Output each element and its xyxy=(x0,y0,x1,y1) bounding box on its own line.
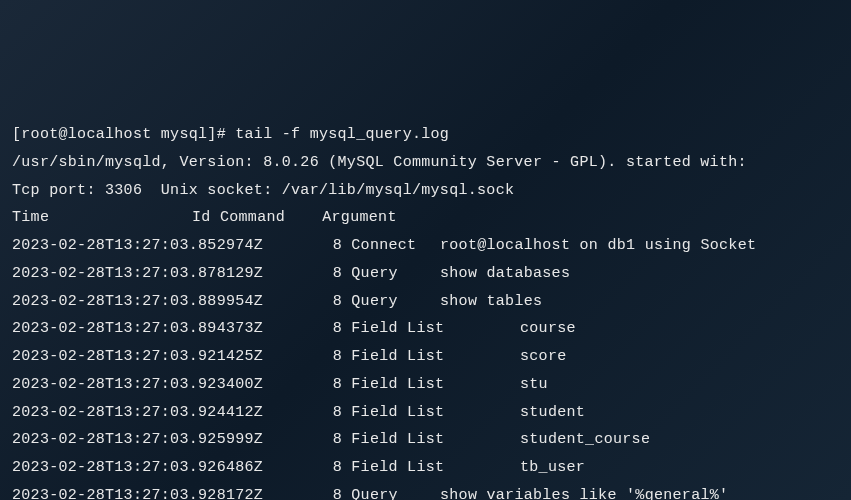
entry-time: 2023-02-28T13:27:03.889954Z xyxy=(12,288,322,316)
entry-time: 2023-02-28T13:27:03.923400Z xyxy=(12,371,322,399)
entry-argument: score xyxy=(520,348,567,365)
entry-command: Field List xyxy=(342,315,520,343)
log-entry: 2023-02-28T13:27:03.923400Z8 Field Lists… xyxy=(12,371,839,399)
entry-time: 2023-02-28T13:27:03.928172Z xyxy=(12,482,322,500)
log-entry: 2023-02-28T13:27:03.926486Z8 Field Listt… xyxy=(12,454,839,482)
entry-time: 2023-02-28T13:27:03.926486Z xyxy=(12,454,322,482)
log-entry: 2023-02-28T13:27:03.889954Z8 Queryshow t… xyxy=(12,288,839,316)
log-entry: 2023-02-28T13:27:03.894373Z8 Field Listc… xyxy=(12,315,839,343)
log-header: TimeId Command Argument xyxy=(12,204,839,232)
log-entry: 2023-02-28T13:27:03.928172Z8 Queryshow v… xyxy=(12,482,839,500)
entry-argument: student_course xyxy=(520,431,650,448)
entry-command: Query xyxy=(342,288,440,316)
entry-command: Field List xyxy=(342,371,520,399)
entry-id: 8 xyxy=(322,426,342,454)
entry-id: 8 xyxy=(322,482,342,500)
startup-line-1: /usr/sbin/mysqld, Version: 8.0.26 (MySQL… xyxy=(12,149,839,177)
entry-time: 2023-02-28T13:27:03.894373Z xyxy=(12,315,322,343)
entry-argument: show variables like '%general%' xyxy=(440,487,728,500)
entry-time: 2023-02-28T13:27:03.878129Z xyxy=(12,260,322,288)
log-entry: 2023-02-28T13:27:03.921425Z8 Field Lists… xyxy=(12,343,839,371)
entry-id: 8 xyxy=(322,232,342,260)
header-time: Time xyxy=(12,204,192,232)
entry-id: 8 xyxy=(322,315,342,343)
entry-argument: show tables xyxy=(440,293,542,310)
entry-time: 2023-02-28T13:27:03.921425Z xyxy=(12,343,322,371)
header-command: Command xyxy=(220,209,285,226)
entry-time: 2023-02-28T13:27:03.924412Z xyxy=(12,399,322,427)
entry-argument: stu xyxy=(520,376,548,393)
entry-id: 8 xyxy=(322,288,342,316)
log-entry: 2023-02-28T13:27:03.878129Z8 Queryshow d… xyxy=(12,260,839,288)
entry-command: Field List xyxy=(342,343,520,371)
entry-time: 2023-02-28T13:27:03.852974Z xyxy=(12,232,322,260)
entry-id: 8 xyxy=(322,260,342,288)
log-entry: 2023-02-28T13:27:03.852974Z8 Connectroot… xyxy=(12,232,839,260)
log-entry: 2023-02-28T13:27:03.925999Z8 Field Lists… xyxy=(12,426,839,454)
log-entries: 2023-02-28T13:27:03.852974Z8 Connectroot… xyxy=(12,232,839,500)
entry-command: Connect xyxy=(342,232,440,260)
entry-id: 8 xyxy=(322,399,342,427)
command-prompt: [root@localhost mysql]# tail -f mysql_qu… xyxy=(12,121,839,149)
entry-argument: root@localhost on db1 using Socket xyxy=(440,237,756,254)
entry-id: 8 xyxy=(322,454,342,482)
entry-command: Field List xyxy=(342,426,520,454)
entry-argument: course xyxy=(520,320,576,337)
entry-argument: tb_user xyxy=(520,459,585,476)
entry-id: 8 xyxy=(322,371,342,399)
entry-argument: student xyxy=(520,404,585,421)
header-id: Id xyxy=(192,209,211,226)
entry-argument: show databases xyxy=(440,265,570,282)
header-argument: Argument xyxy=(322,209,396,226)
entry-id: 8 xyxy=(322,343,342,371)
entry-command: Field List xyxy=(342,399,520,427)
entry-command: Query xyxy=(342,260,440,288)
entry-time: 2023-02-28T13:27:03.925999Z xyxy=(12,426,322,454)
startup-line-2: Tcp port: 3306 Unix socket: /var/lib/mys… xyxy=(12,177,839,205)
entry-command: Field List xyxy=(342,454,520,482)
entry-command: Query xyxy=(342,482,440,500)
log-entry: 2023-02-28T13:27:03.924412Z8 Field Lists… xyxy=(12,399,839,427)
